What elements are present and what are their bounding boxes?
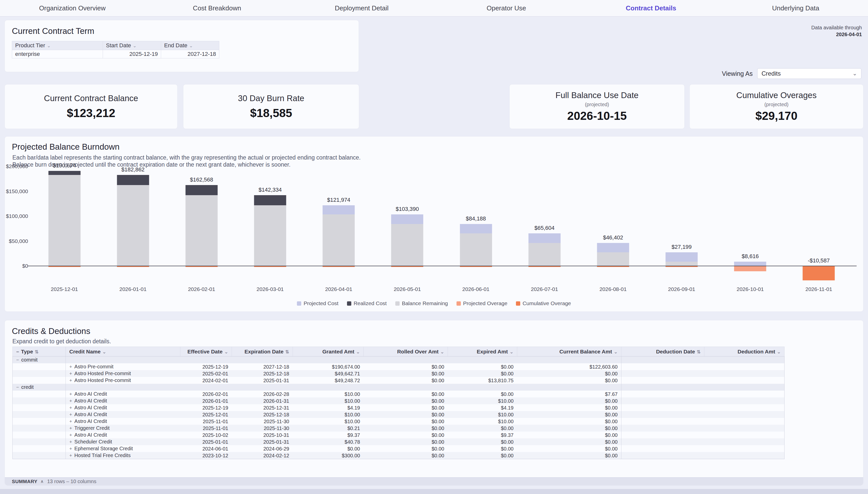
balance-remaining-segment[interactable] <box>117 185 149 266</box>
expand-row-icon[interactable]: + <box>69 398 72 403</box>
expand-row-icon[interactable]: + <box>69 446 72 451</box>
col-header-granted-amt[interactable]: Granted Amt⌄ <box>293 347 364 357</box>
collapse-group-icon[interactable]: − <box>16 384 19 390</box>
col-header-deduction-date[interactable]: Deduction Date⇅ <box>621 347 704 357</box>
col-header-type[interactable]: −Type⇅ <box>13 347 66 357</box>
expand-row-icon[interactable]: + <box>69 453 72 458</box>
balance-remaining-segment[interactable] <box>597 252 629 266</box>
col-header-credit-name[interactable]: Credit Name⌄ <box>66 347 180 357</box>
y-axis: $200,000$150,000$100,000$50,000$0 <box>5 166 28 266</box>
bar-group-2026-09-01[interactable]: $27,199 <box>647 166 716 266</box>
col-header-expired-amt[interactable]: Expired Amt⌄ <box>448 347 517 357</box>
cell: +Astro AI Credit <box>66 432 180 438</box>
credit-row[interactable]: +Triggerer Credit2025-11-012025-11-30$0.… <box>13 425 785 432</box>
bar-group-2026-05-01[interactable]: $103,390 <box>373 166 441 266</box>
legend-item-balance-remaining[interactable]: Balance Remaining <box>395 300 448 306</box>
balance-remaining-segment[interactable] <box>460 233 492 266</box>
bar-group-2026-03-01[interactable]: $142,334 <box>236 166 304 266</box>
legend-item-projected-overage[interactable]: Projected Overage <box>456 300 507 306</box>
legend-item-realized-cost[interactable]: Realized Cost <box>347 300 387 306</box>
projected-cost-segment[interactable] <box>323 205 355 215</box>
legend-item-cumulative-overage[interactable]: Cumulative Overage <box>516 300 571 306</box>
col-header-effective-date[interactable]: Effective Date⌄ <box>180 347 232 357</box>
balance-remaining-segment[interactable] <box>391 224 423 266</box>
tab-operator-use[interactable]: Operator Use <box>434 4 579 12</box>
balance-remaining-segment[interactable] <box>254 205 286 266</box>
credit-row[interactable]: +Ephemeral Storage Credit2024-06-012024-… <box>13 445 785 452</box>
realized-cost-segment[interactable] <box>48 171 80 175</box>
credit-row[interactable]: +Astro Pre-commit2025-12-192027-12-18$19… <box>13 363 785 370</box>
balance-remaining-segment[interactable] <box>528 243 561 266</box>
col-start-date[interactable]: Start Date⌄ <box>103 41 161 50</box>
projected-cost-segment[interactable] <box>528 233 561 243</box>
col-header-current-balance-amt[interactable]: Current Balance Amt⌄ <box>517 347 621 357</box>
expand-row-icon[interactable]: + <box>69 432 72 438</box>
credit-row[interactable]: +Astro AI Credit2026-02-012026-02-28$10.… <box>13 391 785 397</box>
realized-cost-segment[interactable] <box>254 195 286 205</box>
legend-label: Projected Cost <box>303 300 338 306</box>
projected-cost-segment[interactable] <box>597 243 629 252</box>
credit-row[interactable]: +Astro Hosted Pre-commit2024-02-012025-0… <box>13 377 785 384</box>
expand-row-icon[interactable]: + <box>69 378 72 383</box>
credit-name: Astro AI Credit <box>74 418 107 424</box>
legend-item-projected-cost[interactable]: Projected Cost <box>297 300 338 306</box>
projected-cost-segment[interactable] <box>460 224 492 233</box>
group-row-credit[interactable]: −credit <box>13 384 785 391</box>
expand-row-icon[interactable]: + <box>69 364 72 369</box>
bar-group-2025-12-01[interactable]: $190,674 <box>30 166 99 266</box>
cell <box>704 425 785 432</box>
credit-name: Astro Pre-commit <box>74 364 113 369</box>
col-end-date[interactable]: End Date⌄ <box>161 41 219 50</box>
credit-row[interactable]: +Astro AI Credit2025-10-022025-10-31$9.3… <box>13 432 785 438</box>
tab-underlying-data[interactable]: Underlying Data <box>723 4 868 12</box>
collapse-group-icon[interactable]: − <box>16 357 19 363</box>
col-header-rolled-over-amt[interactable]: Rolled Over Amt⌄ <box>364 347 448 357</box>
summary-collapse-icon[interactable]: ∧ <box>40 479 43 484</box>
col-product-tier[interactable]: Product Tier⌄ <box>12 41 103 50</box>
bar-group-2026-10-01[interactable]: $8,616 <box>716 166 785 266</box>
viewing-as-select[interactable]: Credits ⌄ <box>757 68 862 79</box>
projected-cost-segment[interactable] <box>734 262 766 266</box>
cumulative-overage-segment[interactable] <box>803 266 835 280</box>
credit-row[interactable]: +Astro AI Credit2025-11-012025-11-30$10.… <box>13 418 785 425</box>
tab-cost-breakdown[interactable]: Cost Breakdown <box>145 4 289 12</box>
balance-remaining-segment[interactable] <box>666 262 698 266</box>
realized-cost-segment[interactable] <box>185 185 218 195</box>
bar-group-2026-02-01[interactable]: $162,568 <box>167 166 236 266</box>
balance-remaining-segment[interactable] <box>185 195 218 266</box>
bar-group-2026-07-01[interactable]: $65,604 <box>510 166 579 266</box>
projected-cost-segment[interactable] <box>666 252 698 262</box>
expand-row-icon[interactable]: + <box>69 371 72 376</box>
credit-row[interactable]: +Scheduler Credit2025-01-012025-01-31$40… <box>13 438 785 445</box>
bar-group-2026-04-01[interactable]: $121,974 <box>304 166 373 266</box>
balance-remaining-segment[interactable] <box>48 175 80 266</box>
expand-row-icon[interactable]: + <box>69 419 72 424</box>
credit-row[interactable]: +Astro AI Credit2025-12-192025-12-31$4.1… <box>13 404 785 411</box>
credit-row[interactable]: +Astro AI Credit2026-01-012026-01-31$10.… <box>13 397 785 404</box>
bar-group-2026-08-01[interactable]: $46,402 <box>579 166 647 266</box>
bar-group-2026-06-01[interactable]: $84,188 <box>441 166 510 266</box>
projected-cost-segment[interactable] <box>391 214 423 224</box>
cell <box>621 363 704 370</box>
kpi-full-balance-use-date: Full Balance Use Date (projected) 2026-1… <box>509 84 685 129</box>
col-header-deduction-amt[interactable]: Deduction Amt⌄ <box>704 347 785 357</box>
expand-row-icon[interactable]: + <box>69 391 72 397</box>
credit-row[interactable]: +Hosted Trial Free Credits2023-10-122024… <box>13 452 785 459</box>
expand-row-icon[interactable]: + <box>69 439 72 444</box>
tab-organization-overview[interactable]: Organization Overview <box>0 4 145 12</box>
credit-row[interactable]: +Astro AI Credit2025-12-012025-12-18$10.… <box>13 411 785 418</box>
tab-contract-details[interactable]: Contract Details <box>579 4 723 12</box>
bar-group-2026-01-01[interactable]: $182,862 <box>99 166 167 266</box>
collapse-all-icon[interactable]: − <box>16 349 19 355</box>
credit-row[interactable]: +Astro Hosted Pre-commit2025-02-012025-1… <box>13 370 785 377</box>
realized-cost-segment[interactable] <box>117 175 149 185</box>
col-header-expiration-date[interactable]: Expiration Date⇅ <box>232 347 293 357</box>
tab-deployment-detail[interactable]: Deployment Detail <box>289 4 434 12</box>
group-row-commit[interactable]: −commit <box>13 357 785 364</box>
expand-row-icon[interactable]: + <box>69 405 72 410</box>
projected-overage-segment[interactable] <box>734 266 766 271</box>
expand-row-icon[interactable]: + <box>69 425 72 431</box>
expand-row-icon[interactable]: + <box>69 412 72 417</box>
balance-remaining-segment[interactable] <box>323 214 355 266</box>
bar-group-2026-11-01[interactable]: -$10,587 <box>785 166 853 266</box>
